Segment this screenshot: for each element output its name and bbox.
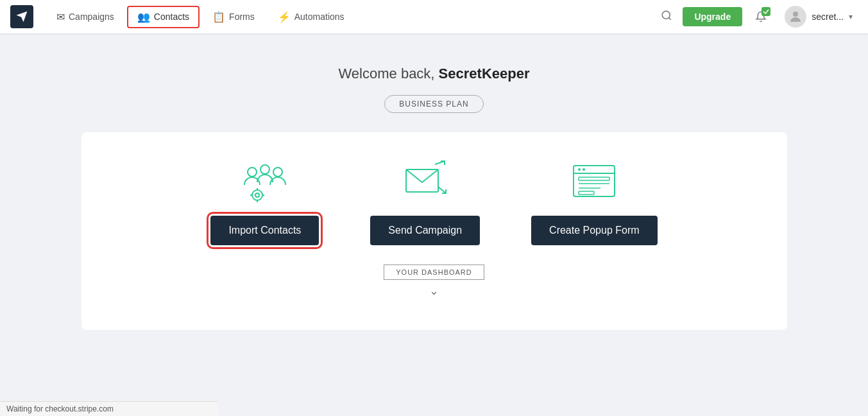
nav-item-forms-label: Forms — [229, 12, 255, 22]
dashboard-section: YOUR DASHBOARD ⌄ — [384, 264, 484, 298]
notifications-button[interactable] — [750, 6, 772, 28]
dashboard-chevron-icon: ⌄ — [429, 284, 439, 298]
svg-point-17 — [578, 168, 581, 171]
nav-item-contacts-label: Contacts — [154, 12, 189, 22]
nav-item-campaigns[interactable]: ✉ Campaigns — [46, 6, 124, 28]
automations-icon: ⚡ — [278, 11, 291, 23]
nav-item-automations-label: Automations — [294, 12, 345, 22]
navbar-right: Upgrade secret... ▾ — [658, 3, 858, 30]
svg-point-6 — [252, 190, 262, 200]
svg-point-0 — [663, 11, 670, 19]
cards-container: Import Contacts Send Campa — [81, 132, 787, 330]
avatar — [785, 6, 806, 28]
nav-item-automations[interactable]: ⚡ Automations — [268, 6, 355, 28]
status-text: Waiting for checkout.stripe.com — [6, 404, 114, 413]
import-contacts-icon — [239, 158, 291, 203]
svg-point-3 — [248, 168, 257, 177]
nav-item-forms[interactable]: 📋 Forms — [202, 6, 265, 28]
upgrade-button[interactable]: Upgrade — [683, 7, 742, 26]
create-popup-form-card: Create Popup Form — [531, 158, 658, 245]
user-menu-chevron: ▾ — [849, 12, 853, 21]
status-bar: Waiting for checkout.stripe.com — [0, 401, 218, 416]
import-contacts-button[interactable]: Import Contacts — [210, 216, 319, 245]
welcome-prefix: Welcome back, — [339, 65, 439, 82]
import-contacts-card: Import Contacts — [210, 158, 319, 245]
svg-rect-22 — [579, 191, 594, 195]
nav-item-campaigns-label: Campaigns — [69, 12, 114, 22]
navbar: ✉ Campaigns 👥 Contacts 📋 Forms ⚡ Automat… — [0, 0, 868, 33]
svg-line-14 — [438, 187, 446, 193]
svg-rect-19 — [579, 177, 609, 180]
plan-badge: BUSINESS PLAN — [384, 95, 483, 113]
main-content: Welcome back, SecretKeeper BUSINESS PLAN — [0, 33, 868, 343]
send-campaign-icon — [400, 158, 451, 203]
svg-point-4 — [260, 165, 269, 174]
send-campaign-button[interactable]: Send Campaign — [370, 216, 480, 245]
dashboard-badge[interactable]: YOUR DASHBOARD — [384, 264, 484, 280]
svg-line-1 — [669, 17, 671, 19]
welcome-username: SecretKeeper — [439, 65, 530, 82]
welcome-message: Welcome back, SecretKeeper — [339, 65, 530, 82]
search-button[interactable] — [658, 7, 675, 27]
user-name-label: secret... — [812, 12, 844, 22]
contacts-icon: 👥 — [137, 11, 150, 23]
svg-point-2 — [793, 12, 798, 17]
nav-items: ✉ Campaigns 👥 Contacts 📋 Forms ⚡ Automat… — [46, 6, 658, 28]
app-logo[interactable] — [10, 5, 33, 28]
svg-point-18 — [583, 168, 585, 171]
cards-row: Import Contacts Send Campa — [210, 158, 657, 245]
forms-icon: 📋 — [212, 11, 225, 23]
send-campaign-card: Send Campaign — [370, 158, 480, 245]
campaigns-icon: ✉ — [56, 11, 65, 23]
nav-item-contacts[interactable]: 👥 Contacts — [127, 6, 200, 28]
notification-badge — [762, 7, 770, 16]
svg-point-5 — [273, 168, 282, 177]
create-popup-form-icon — [568, 158, 620, 203]
create-popup-form-button[interactable]: Create Popup Form — [531, 216, 658, 245]
svg-point-7 — [255, 193, 259, 197]
user-menu[interactable]: secret... ▾ — [779, 3, 858, 30]
